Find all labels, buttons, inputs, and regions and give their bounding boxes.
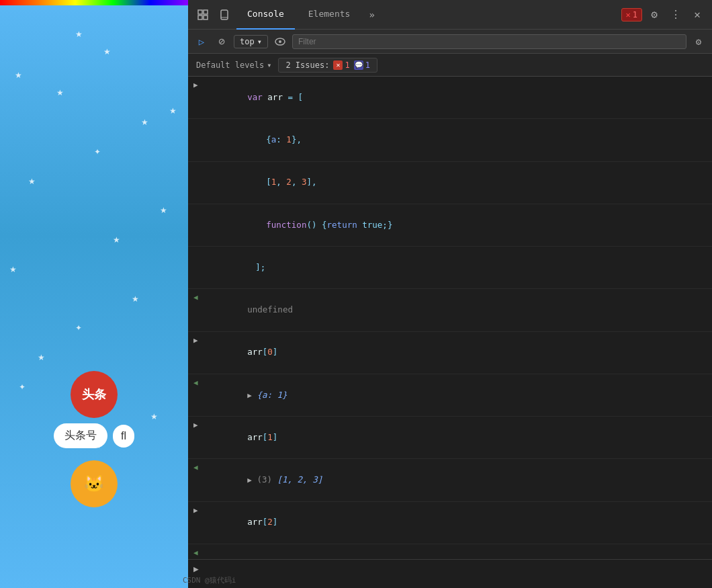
indent-2 [193, 164, 203, 165]
close-devtools-button[interactable]: ✕ [688, 5, 707, 24]
issue-warn: 💬 1 [354, 60, 370, 70]
code-line-6: undefined [207, 291, 707, 329]
issue-error-count: 1 [345, 60, 349, 70]
console-line-6: ◀ undefined [188, 289, 712, 331]
tab-console[interactable]: Console [236, 0, 295, 30]
console-line-12: ◀ f () {return true;} [188, 544, 712, 559]
output-arrow-4: ◀ [193, 546, 203, 559]
tab-elements[interactable]: Elements [298, 0, 361, 30]
console-line-1: ▶ var arr = [ [188, 77, 712, 119]
app-label-row: 头条号 fl [54, 423, 134, 448]
svg-rect-1 [204, 10, 208, 14]
indent-4 [193, 249, 203, 250]
error-badge[interactable]: ✕ 1 [621, 8, 642, 22]
app-icon-label: 头条 [82, 386, 106, 403]
indent-3 [193, 206, 203, 208]
console-input[interactable] [204, 564, 707, 574]
console-line-7: ▶ arr[0] [188, 332, 712, 374]
code-line-9: arr[1] [207, 419, 707, 456]
more-tabs-btn[interactable]: » [363, 0, 380, 30]
svg-rect-0 [198, 10, 202, 14]
devtools-topbar: Console Elements » ✕ 1 ⚙ ⋮ ✕ [188, 0, 712, 30]
console-line-10: ◀ ▶ (3) [1, 2, 3] [188, 459, 712, 501]
issues-bar: Default levels ▾ 2 Issues: ✕ 1 💬 1 [188, 54, 712, 77]
console-output[interactable]: ▶ var arr = [ {a: 1}, [1, 2, 3], functio… [188, 77, 712, 559]
code-line-5: ]; [207, 249, 707, 286]
default-levels-label: Default levels [196, 60, 264, 70]
sidebar-toggle-btn[interactable]: ▷ [193, 34, 210, 50]
svg-rect-3 [204, 15, 208, 19]
more-options-button[interactable]: ⋮ [666, 5, 685, 24]
console-settings-btn[interactable]: ⚙ [691, 34, 707, 50]
device-toolbar-btn[interactable] [215, 5, 234, 24]
console-line-5: ]; [188, 247, 712, 289]
browser-page: ★ ★ ★ ★ ★ ★ ✦ ★ ★ ✦ ★ ★ ★ ✦ ★ ★ ★ 头条 头条号… [0, 0, 188, 588]
svg-rect-4 [221, 10, 228, 19]
context-selector[interactable]: top ▾ [234, 35, 268, 48]
issues-label: 2 Issues: [285, 60, 329, 70]
code-line-7: arr[0] [207, 334, 707, 372]
console-prompt: ▶ [193, 564, 199, 574]
console-line-8: ◀ ▶ {a: 1} [188, 374, 712, 417]
code-line-12: f () {return true;} [207, 546, 707, 559]
input-arrow-4[interactable]: ▶ [193, 504, 203, 517]
app-name-label[interactable]: 头条号 [54, 423, 107, 448]
svg-point-7 [279, 40, 281, 43]
code-line-11: arr[2] [207, 504, 707, 542]
code-line-8: ▶ {a: 1} [207, 376, 707, 414]
app-partial-label[interactable]: fl [113, 425, 134, 448]
input-arrow-1[interactable]: ▶ [193, 79, 203, 91]
console-line-11: ▶ arr[2] [188, 502, 712, 544]
code-line-10: ▶ (3) [1, 2, 3] [207, 461, 707, 499]
code-line-2: {a: 1}, [207, 121, 707, 159]
app-icon-toutiao[interactable]: 头条 [71, 371, 118, 418]
default-levels-dropdown: ▾ [267, 60, 271, 70]
output-arrow-3: ◀ [193, 461, 203, 474]
app-icon-group: 头条 头条号 fl 🐱 [54, 371, 134, 507]
warn-icon-badge: 💬 [354, 60, 363, 70]
code-line-1: var arr = [ [207, 79, 707, 116]
default-levels-btn[interactable]: Default levels ▾ [196, 60, 271, 70]
context-dropdown-icon: ▾ [257, 37, 262, 46]
error-count: 1 [633, 10, 637, 19]
output-arrow-2: ◀ [193, 376, 203, 389]
console-toolbar: ▷ ⊘ top ▾ ⚙ [188, 30, 712, 54]
svg-rect-2 [198, 15, 202, 19]
error-icon: ✕ [626, 10, 631, 19]
code-line-4: function() {return true;} [207, 206, 707, 244]
console-line-2: {a: 1}, [188, 119, 712, 161]
settings-button[interactable]: ⚙ [645, 5, 664, 24]
devtools-panel: Console Elements » ✕ 1 ⚙ ⋮ ✕ ▷ ⊘ top ▾ ⚙ [188, 0, 712, 588]
inspect-element-btn[interactable] [193, 5, 212, 24]
indent-1 [193, 121, 203, 122]
watermark: CSDN @猿代码i [183, 575, 707, 585]
output-arrow-1: ◀ [193, 291, 203, 304]
issue-error: ✕ 1 [333, 60, 349, 70]
console-line-4: function() {return true;} [188, 204, 712, 247]
eye-button[interactable] [272, 34, 288, 50]
input-arrow-2[interactable]: ▶ [193, 334, 203, 347]
error-icon-badge: ✕ [333, 60, 343, 70]
console-line-3: [1, 2, 3], [188, 162, 712, 204]
code-line-3: [1, 2, 3], [207, 164, 707, 202]
clear-console-btn[interactable]: ⊘ [214, 34, 230, 50]
app-icon2[interactable]: 🐱 [71, 460, 118, 507]
context-label: top [240, 37, 255, 46]
app-icon2-container: 🐱 [71, 460, 118, 507]
issues-count-badge[interactable]: 2 Issues: ✕ 1 💬 1 [278, 58, 377, 73]
input-arrow-3[interactable]: ▶ [193, 419, 203, 431]
console-line-9: ▶ arr[1] [188, 417, 712, 459]
issue-warn-count: 1 [365, 60, 370, 70]
filter-input[interactable] [292, 34, 686, 49]
